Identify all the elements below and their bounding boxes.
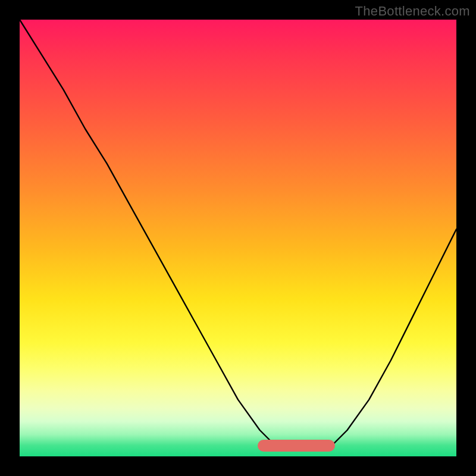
optimal-range-marker — [258, 440, 335, 452]
chart-stage: TheBottleneck.com — [0, 0, 476, 476]
watermark-label: TheBottleneck.com — [355, 4, 470, 19]
plot-area — [20, 20, 456, 456]
bottleneck-curve — [20, 20, 456, 456]
